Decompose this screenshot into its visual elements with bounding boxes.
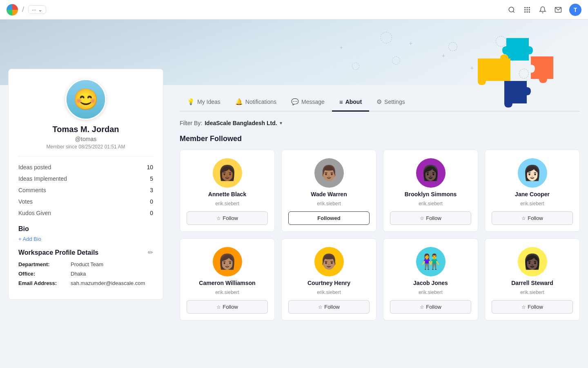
member-handle-2: erik.siebert [419,201,443,206]
stats-value: 0 [150,198,153,205]
workspace-header: Workspace Profile Details ✏ [18,249,153,256]
follow-star-6: ☆ [420,304,424,310]
member-card-4: 👩🏽 Cameron Williamson erik.siebert ☆Foll… [180,238,275,321]
follow-star-2: ☆ [420,215,424,221]
tab-settings[interactable]: ⚙Settings [369,93,412,112]
tab-about[interactable]: ≡About [332,93,369,112]
logo-icon[interactable] [7,4,18,16]
member-avatar-1: 👨🏽 [314,158,344,188]
svg-rect-6 [527,9,528,10]
member-avatar-7: 👩🏿 [518,247,547,276]
deco-plus-3: + [340,44,343,51]
stats-row: Ideas posted10 [18,162,153,173]
tab-my-ideas[interactable]: 💡My Ideas [180,93,228,112]
tab-label-message: Message [301,99,325,105]
profile-avatar [65,79,106,120]
svg-point-0 [509,7,514,12]
puzzle-teal [502,38,533,61]
stats-label: Comments [18,187,46,193]
follow-label-0: Follow [223,215,238,221]
follow-button-6[interactable]: ☆Follow [390,300,471,314]
tab-icon-settings: ⚙ [376,98,382,105]
member-card-1: 👨🏽 Wade Warren erik.siebert Followed [281,150,376,232]
member-name-6: Jacob Jones [413,280,448,286]
filter-bar: Filter By: IdeaScale Bangladesh Ltd. ▾ [180,120,580,126]
member-card-5: 👨🏽 Courtney Henry erik.siebert ☆Follow [281,238,376,321]
deco-circle-4 [392,56,400,65]
chevron-icon: ⌄ [38,7,42,13]
member-avatar-4: 👩🏽 [213,247,242,276]
workspace-fields: Department:Product TeamOffice:DhakaEmail… [18,261,153,286]
member-card-7: 👩🏿 Darrell Steward erik.siebert ☆Follow [485,238,580,321]
sidebar: Tomas M. Jordan @tomas Member since 08/2… [0,69,172,335]
follow-label-7: Follow [528,304,543,310]
bio-title: Bio [18,225,153,233]
profile-since: Member since 08/25/2022 01:51 AM [18,144,153,150]
filter-value[interactable]: IdeaScale Bangladesh Ltd. [205,120,277,126]
filter-label: Filter By: [180,120,202,126]
section-title: Member Followed [180,135,580,143]
deco-plus-1: + [409,40,412,47]
follow-button-1[interactable]: Followed [288,211,370,225]
workspace-row: Email Address:sah.mazumder@ideascale.com [18,280,153,286]
tab-message[interactable]: 💬Message [284,93,332,112]
topbar: / ··· ⌄ T [0,0,588,20]
member-handle-6: erik.siebert [419,289,443,295]
workspace-row: Department:Product Team [18,261,153,267]
workspace-val: sah.mazumder@ideascale.com [71,280,145,286]
follow-label-2: Follow [426,215,441,221]
deco-circle-3 [496,36,506,47]
follow-label-3: Follow [528,215,543,221]
content-area: 💡My Ideas🔔Notifications💬Message≡About⚙Se… [172,69,588,335]
stats-value: 0 [150,210,153,216]
member-avatar-3: 👩🏻 [518,158,547,188]
workspace-val: Product Team [71,261,103,267]
search-icon[interactable] [507,5,516,14]
follow-button-7[interactable]: ☆Follow [492,300,573,314]
user-avatar[interactable]: T [569,4,581,16]
main-layout: Tomas M. Jordan @tomas Member since 08/2… [0,69,588,335]
grid-icon[interactable] [523,5,532,14]
tab-notifications[interactable]: 🔔Notifications [228,93,284,112]
follow-label-4: Follow [223,304,238,310]
svg-rect-7 [529,9,530,10]
filter-chevron-icon[interactable]: ▾ [280,120,282,126]
bio-add-button[interactable]: + Add Bio [18,236,153,242]
stats-label: Ideas Implemented [18,175,67,182]
deco-plus-5: + [511,56,514,63]
stats-value: 5 [150,175,153,182]
follow-star-3: ☆ [521,215,526,221]
member-name-1: Wade Warren [311,191,347,197]
follow-star-4: ☆ [216,304,221,310]
notification-icon[interactable] [538,5,547,14]
follow-label-5: Follow [324,304,340,310]
workspace-edit-icon[interactable]: ✏ [148,249,153,256]
follow-label-1: Followed [317,215,340,221]
member-name-4: Cameron Williamson [199,280,255,286]
deco-circle-1 [381,32,392,43]
workspace-key: Email Address: [18,280,67,286]
svg-rect-5 [524,9,526,10]
member-avatar-5: 👨🏽 [314,247,344,276]
profile-card: Tomas M. Jordan @tomas Member since 08/2… [8,69,163,300]
tab-icon-my-ideas: 💡 [187,98,195,105]
follow-star-5: ☆ [318,304,323,310]
tab-label-notifications: Notifications [245,99,276,105]
follow-button-4[interactable]: ☆Follow [187,300,268,314]
profile-name: Tomas M. Jordan [18,125,153,134]
workspace-title: Workspace Profile Details [18,249,98,256]
breadcrumb-widget[interactable]: ··· ⌄ [28,5,46,14]
follow-button-2[interactable]: ☆Follow [390,211,471,225]
mail-icon[interactable] [554,5,563,14]
follow-button-3[interactable]: ☆Follow [492,211,573,225]
svg-rect-3 [527,7,528,8]
workspace-row: Office:Dhaka [18,271,153,277]
workspace-val: Dhaka [71,271,86,277]
profile-username: @tomas [18,136,153,142]
tab-icon-message: 💬 [291,98,299,105]
follow-button-0[interactable]: ☆Follow [187,211,268,225]
member-handle-3: erik.siebert [520,201,544,206]
stats-value: 3 [150,187,153,193]
member-name-0: Annette Black [208,191,246,197]
follow-button-5[interactable]: ☆Follow [288,300,370,314]
